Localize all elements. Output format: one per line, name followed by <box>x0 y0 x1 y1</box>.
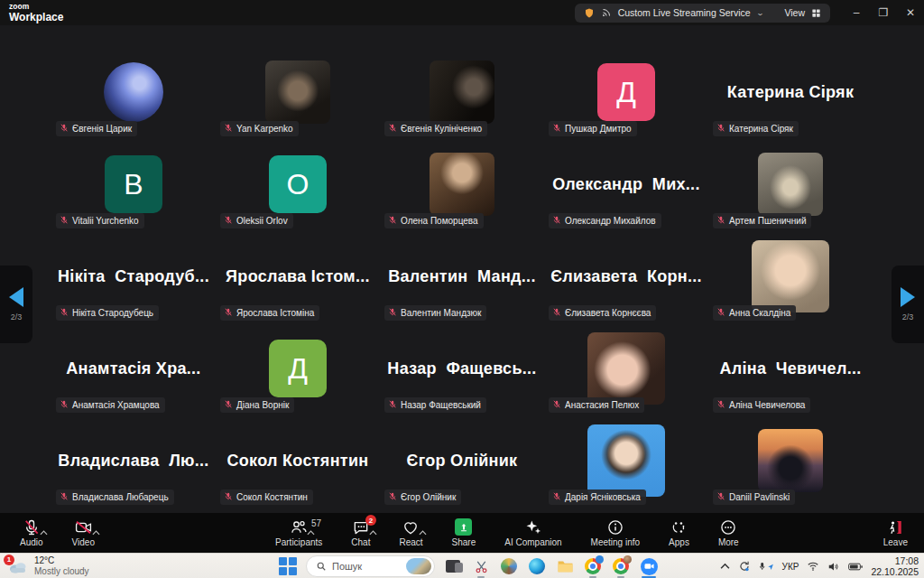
chrome-browser-button[interactable] <box>583 555 603 577</box>
participant-label-text: Oleksii Orlov <box>236 216 288 226</box>
profile-avatar-badge <box>624 555 632 564</box>
mic-location-in-use-icon[interactable] <box>759 561 774 573</box>
participant-tile[interactable]: Владислава Лю...Владислава Любарець <box>51 417 216 509</box>
participant-tile[interactable]: Дарія Ясніковська <box>544 417 708 509</box>
participant-tile[interactable]: ВVitalii Yurchenko <box>51 141 216 233</box>
participant-tile[interactable]: Олена Поморцева <box>380 141 544 233</box>
participant-tile[interactable]: Сокол КостянтинСокол Костянтин <box>216 417 380 509</box>
hidden-icons-chevron-icon[interactable] <box>720 563 730 570</box>
ai-companion-button[interactable]: AI Companion <box>499 513 567 553</box>
search-highlight-image[interactable] <box>406 558 431 574</box>
muted-mic-icon <box>224 399 233 411</box>
chevron-up-icon[interactable] <box>92 523 100 539</box>
maximize-button[interactable]: ❐ <box>870 1 897 24</box>
chat-icon: 2 <box>352 517 370 536</box>
participant-label: Владислава Любарець <box>56 489 174 505</box>
start-button[interactable] <box>278 555 298 577</box>
gallery-view-icon[interactable] <box>811 8 821 18</box>
participant-tile[interactable]: Нікіта Стародуб...Нікіта Стародубець <box>51 233 216 325</box>
participant-profile-image <box>104 62 163 122</box>
participant-tile[interactable]: Yan Karpenko <box>216 49 380 141</box>
chat-button[interactable]: 2Chat <box>346 513 375 553</box>
participant-tile[interactable]: Катерина СірякКатерина Сіряк <box>708 49 873 141</box>
participant-tile[interactable]: Артем Пшеничний <box>708 141 873 233</box>
chevron-down-icon[interactable]: ⌄ <box>755 9 763 17</box>
participant-tile[interactable]: Назар Фащевсь...Назар Фащевський <box>380 325 544 417</box>
participant-tile[interactable]: Валентин Манд...Валентин Мандзюк <box>380 233 544 325</box>
titlebar: zoom Workplace Custom Live Streaming Ser… <box>0 0 924 25</box>
participant-tile[interactable]: Daniil Pavlinski <box>708 417 873 509</box>
react-button[interactable]: React <box>393 513 428 553</box>
streaming-service-label: Custom Live Streaming Service <box>618 7 751 18</box>
participant-initial-avatar: O <box>269 155 327 213</box>
participant-label: Сокол Костянтин <box>220 489 313 505</box>
video-button[interactable]: Video <box>67 513 100 553</box>
share-button[interactable]: Share <box>447 513 482 553</box>
muted-mic-icon <box>716 215 725 227</box>
more-label: More <box>718 537 739 547</box>
chrome-profile-button[interactable] <box>611 555 631 577</box>
leave-button[interactable]: Leave <box>878 513 913 553</box>
muted-mic-icon <box>388 215 397 227</box>
muted-mic-icon <box>224 123 233 135</box>
participant-label-text: Євгенія Царик <box>72 124 132 134</box>
zoom-app-button[interactable] <box>639 555 659 577</box>
participant-tile[interactable]: Ярослава Істом...Ярослава Істоміна <box>216 233 380 325</box>
taskbar-clock[interactable]: 17:08 22.10.2025 <box>871 555 919 577</box>
participant-tile[interactable]: Олександр Мих...Олександр Михайлов <box>544 141 708 233</box>
battery-icon[interactable] <box>848 562 863 572</box>
speaker-icon[interactable] <box>827 561 840 573</box>
view-button[interactable]: View <box>784 7 805 18</box>
muted-mic-icon <box>552 399 561 411</box>
search-placeholder: Пошук <box>332 561 401 572</box>
participant-label-text: Валентин Мандзюк <box>401 308 481 318</box>
live-streaming-pill[interactable]: Custom Live Streaming Service ⌄ View <box>575 4 830 23</box>
participant-name-display: Єгор Олійник <box>407 452 518 471</box>
more-button[interactable]: More <box>713 513 744 553</box>
chevron-up-icon[interactable] <box>307 523 315 539</box>
participant-label-text: Дарія Ясніковська <box>565 492 641 502</box>
system-tray: УКР 17:08 22.10.2025 <box>720 555 919 578</box>
next-page-button[interactable]: 2/3 <box>892 266 924 343</box>
participant-tile[interactable]: Аліна Чевичел...Аліна Чевичелова <box>708 325 873 417</box>
participant-tile[interactable]: Єлизавета Корн...Єлизавета Корнєєва <box>544 233 708 325</box>
participant-tile[interactable]: OOleksii Orlov <box>216 141 380 233</box>
participant-tile[interactable]: Анамтасія Хра...Анамтасія Храмцова <box>51 325 216 417</box>
language-indicator[interactable]: УКР <box>782 562 799 572</box>
paint-app-button[interactable] <box>499 555 519 577</box>
participant-tile[interactable]: Євгенія Царик <box>51 49 216 141</box>
participant-tile[interactable]: Єгор ОлійникЄгор Олійник <box>380 417 544 509</box>
chevron-up-icon[interactable] <box>419 523 427 539</box>
edge-browser-button[interactable] <box>527 555 547 577</box>
participant-tile[interactable]: ДДіана Ворнік <box>216 325 380 417</box>
meeting-info-button[interactable]: Meeting info <box>586 513 645 553</box>
participant-label-text: Анастасия Пелюх <box>565 400 639 410</box>
logo-zoom-text: zoom <box>9 3 63 11</box>
participant-label: Єгор Олійник <box>384 489 461 505</box>
participant-tile[interactable]: Євгенія Кулініченко <box>380 49 544 141</box>
minimize-button[interactable]: – <box>843 1 870 24</box>
audio-button[interactable]: Audio <box>14 513 49 553</box>
sync-status-icon[interactable] <box>738 560 751 573</box>
previous-page-button[interactable]: 2/3 <box>0 266 32 343</box>
task-view-button[interactable] <box>443 555 463 577</box>
participants-button[interactable]: 57Participants <box>270 513 328 553</box>
close-button[interactable]: ✕ <box>897 1 924 24</box>
participants-label: Participants <box>275 537 322 547</box>
participant-label: Аліна Чевичелова <box>713 397 810 413</box>
snipping-tool-button[interactable] <box>471 555 491 577</box>
file-explorer-button[interactable] <box>555 555 575 577</box>
wifi-icon[interactable] <box>807 561 819 572</box>
participant-tile[interactable]: Анастасия Пелюх <box>544 325 708 417</box>
apps-button[interactable]: Apps <box>663 513 695 553</box>
chevron-up-icon[interactable] <box>369 523 377 539</box>
participant-tile[interactable]: ДПушкар Дмитро <box>544 49 708 141</box>
participant-tile[interactable]: Анна Скалдіна <box>708 233 873 325</box>
notification-badge: 1 <box>4 555 14 565</box>
participant-label: Vitalii Yurchenko <box>56 213 144 228</box>
muted-mic-icon <box>388 491 397 503</box>
weather-widget[interactable]: 1 12°C Mostly cloudy <box>7 555 89 576</box>
chevron-up-icon[interactable] <box>40 523 48 539</box>
taskbar-search[interactable]: Пошук <box>306 555 435 577</box>
muted-mic-icon <box>60 399 69 411</box>
